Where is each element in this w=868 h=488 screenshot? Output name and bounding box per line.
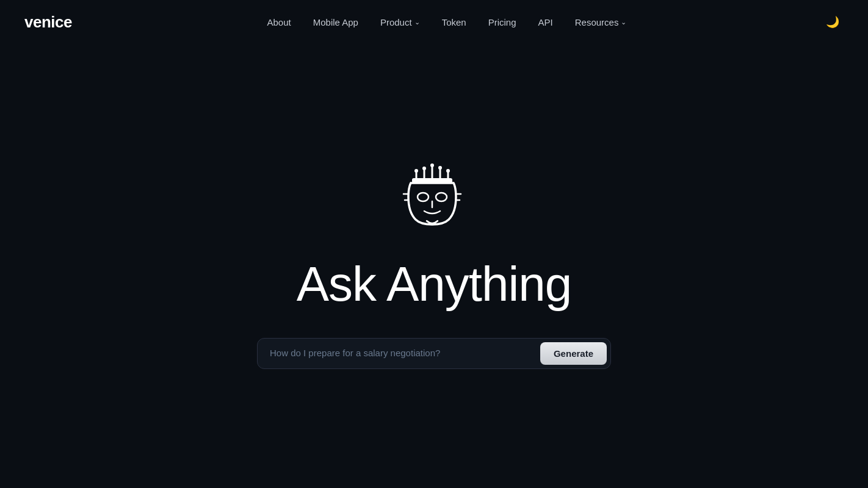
nav-link-pricing[interactable]: Pricing xyxy=(488,17,516,27)
svg-point-7 xyxy=(446,169,450,173)
generate-button[interactable]: Generate xyxy=(540,342,607,365)
nav-link-product[interactable]: Product ⌄ xyxy=(380,17,420,27)
venice-mask-icon xyxy=(397,163,471,243)
svg-point-3 xyxy=(430,163,434,167)
nav-link-mobile-app[interactable]: Mobile App xyxy=(313,17,358,27)
hero-section: Ask Anything Generate xyxy=(0,44,868,488)
svg-point-9 xyxy=(414,169,418,173)
product-chevron-icon: ⌄ xyxy=(414,18,420,26)
svg-point-1 xyxy=(422,167,426,170)
search-input[interactable] xyxy=(270,343,535,364)
nav-links: About Mobile App Product ⌄ Token Pricing… xyxy=(267,17,627,27)
search-container: Generate xyxy=(257,338,611,369)
nav-link-resources[interactable]: Resources ⌄ xyxy=(575,17,627,27)
svg-point-5 xyxy=(438,166,442,170)
nav-link-token[interactable]: Token xyxy=(442,17,466,27)
nav-link-api[interactable]: API xyxy=(538,17,553,27)
theme-toggle-button[interactable]: 🌙 xyxy=(822,11,844,33)
nav-link-about[interactable]: About xyxy=(267,17,291,27)
resources-chevron-icon: ⌄ xyxy=(621,18,626,26)
moon-icon: 🌙 xyxy=(826,15,839,29)
svg-point-12 xyxy=(436,193,447,201)
hero-title: Ask Anything xyxy=(297,257,572,311)
navbar: venice About Mobile App Product ⌄ Token … xyxy=(0,0,868,44)
svg-point-11 xyxy=(418,193,429,201)
navbar-right: 🌙 xyxy=(822,11,844,33)
brand-logo[interactable]: venice xyxy=(24,13,72,32)
